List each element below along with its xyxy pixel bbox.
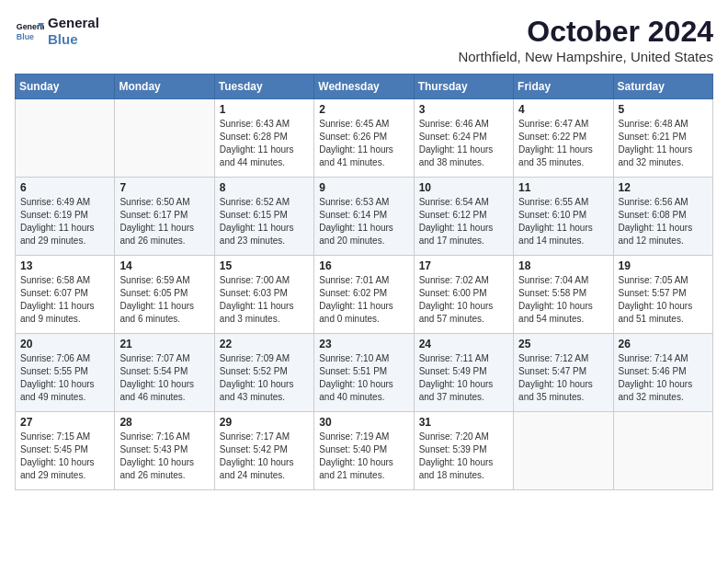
day-number: 1 [220, 103, 309, 116]
calendar-cell: 24 Sunrise: 7:11 AM Sunset: 5:49 PM Dayl… [414, 334, 513, 412]
calendar-cell: 14 Sunrise: 6:59 AM Sunset: 6:05 PM Dayl… [115, 256, 214, 334]
calendar-cell [514, 412, 613, 490]
calendar-table: SundayMondayTuesdayWednesdayThursdayFrid… [15, 74, 713, 490]
calendar-cell: 21 Sunrise: 7:07 AM Sunset: 5:54 PM Dayl… [115, 334, 214, 412]
calendar-cell: 30 Sunrise: 7:19 AM Sunset: 5:40 PM Dayl… [314, 412, 414, 490]
calendar-week-row: 27 Sunrise: 7:15 AM Sunset: 5:45 PM Dayl… [16, 412, 713, 490]
day-info: Sunrise: 7:17 AM Sunset: 5:42 PM Dayligh… [220, 431, 309, 482]
day-info: Sunrise: 6:46 AM Sunset: 6:24 PM Dayligh… [419, 118, 508, 169]
page-header: General Blue General Blue October 2024 N… [15, 15, 713, 64]
day-info: Sunrise: 7:04 AM Sunset: 5:58 PM Dayligh… [518, 274, 608, 326]
calendar-cell: 28 Sunrise: 7:16 AM Sunset: 5:43 PM Dayl… [115, 412, 214, 490]
day-number: 20 [20, 338, 109, 350]
calendar-cell: 8 Sunrise: 6:52 AM Sunset: 6:15 PM Dayli… [214, 178, 313, 256]
day-number: 30 [319, 416, 408, 429]
weekday-header-tuesday: Tuesday [214, 75, 313, 99]
calendar-cell: 9 Sunrise: 6:53 AM Sunset: 6:14 PM Dayli… [314, 178, 414, 256]
calendar-cell: 13 Sunrise: 6:58 AM Sunset: 6:07 PM Dayl… [16, 256, 115, 334]
calendar-cell: 18 Sunrise: 7:04 AM Sunset: 5:58 PM Dayl… [514, 256, 613, 334]
day-info: Sunrise: 7:15 AM Sunset: 5:45 PM Dayligh… [20, 431, 109, 482]
calendar-cell: 15 Sunrise: 7:00 AM Sunset: 6:03 PM Dayl… [214, 256, 313, 334]
svg-text:Blue: Blue [17, 32, 34, 41]
day-info: Sunrise: 7:05 AM Sunset: 5:57 PM Dayligh… [619, 274, 708, 326]
day-number: 7 [119, 181, 209, 194]
day-info: Sunrise: 6:55 AM Sunset: 6:10 PM Dayligh… [518, 196, 608, 247]
day-info: Sunrise: 6:47 AM Sunset: 6:22 PM Dayligh… [518, 118, 608, 169]
calendar-cell: 27 Sunrise: 7:15 AM Sunset: 5:45 PM Dayl… [16, 412, 115, 490]
calendar-cell: 20 Sunrise: 7:06 AM Sunset: 5:55 PM Dayl… [16, 334, 115, 412]
day-number: 6 [20, 181, 109, 194]
day-number: 8 [220, 181, 309, 194]
day-number: 24 [419, 338, 508, 350]
day-number: 3 [419, 103, 508, 116]
day-info: Sunrise: 7:20 AM Sunset: 5:39 PM Dayligh… [419, 431, 508, 482]
day-info: Sunrise: 6:49 AM Sunset: 6:19 PM Dayligh… [20, 196, 109, 247]
day-number: 16 [319, 259, 408, 272]
calendar-cell: 19 Sunrise: 7:05 AM Sunset: 5:57 PM Dayl… [613, 256, 712, 334]
calendar-cell: 29 Sunrise: 7:17 AM Sunset: 5:42 PM Dayl… [214, 412, 313, 490]
day-number: 13 [20, 259, 109, 272]
day-number: 29 [220, 416, 309, 429]
day-info: Sunrise: 7:00 AM Sunset: 6:03 PM Dayligh… [220, 274, 309, 326]
calendar-week-row: 6 Sunrise: 6:49 AM Sunset: 6:19 PM Dayli… [16, 178, 713, 256]
weekday-header-monday: Monday [115, 75, 214, 99]
day-info: Sunrise: 6:50 AM Sunset: 6:17 PM Dayligh… [119, 196, 209, 247]
day-number: 5 [619, 103, 708, 116]
day-number: 25 [518, 338, 608, 350]
day-info: Sunrise: 6:43 AM Sunset: 6:28 PM Dayligh… [220, 118, 309, 169]
calendar-cell [16, 99, 115, 178]
day-info: Sunrise: 7:10 AM Sunset: 5:51 PM Dayligh… [319, 352, 408, 404]
weekday-header-friday: Friday [514, 75, 613, 99]
day-number: 31 [419, 416, 508, 429]
day-info: Sunrise: 7:09 AM Sunset: 5:52 PM Dayligh… [220, 352, 309, 404]
weekday-header-sunday: Sunday [16, 75, 115, 99]
weekday-header-saturday: Saturday [613, 75, 712, 99]
calendar-cell: 2 Sunrise: 6:45 AM Sunset: 6:26 PM Dayli… [314, 99, 414, 178]
day-number: 21 [119, 338, 209, 350]
location-subtitle: Northfield, New Hampshire, United States [458, 49, 713, 64]
day-info: Sunrise: 6:54 AM Sunset: 6:12 PM Dayligh… [419, 196, 508, 247]
day-info: Sunrise: 7:02 AM Sunset: 6:00 PM Dayligh… [419, 274, 508, 326]
day-info: Sunrise: 6:45 AM Sunset: 6:26 PM Dayligh… [319, 118, 408, 169]
day-info: Sunrise: 6:58 AM Sunset: 6:07 PM Dayligh… [20, 274, 109, 326]
calendar-cell: 23 Sunrise: 7:10 AM Sunset: 5:51 PM Dayl… [314, 334, 414, 412]
logo-icon: General Blue [15, 17, 44, 46]
day-info: Sunrise: 7:06 AM Sunset: 5:55 PM Dayligh… [20, 352, 109, 404]
day-number: 14 [119, 259, 209, 272]
day-info: Sunrise: 7:16 AM Sunset: 5:43 PM Dayligh… [119, 431, 209, 482]
day-info: Sunrise: 7:19 AM Sunset: 5:40 PM Dayligh… [319, 431, 408, 482]
day-info: Sunrise: 6:48 AM Sunset: 6:21 PM Dayligh… [619, 118, 708, 169]
weekday-header-wednesday: Wednesday [314, 75, 414, 99]
day-number: 27 [20, 416, 109, 429]
day-number: 26 [619, 338, 708, 350]
day-info: Sunrise: 6:53 AM Sunset: 6:14 PM Dayligh… [319, 196, 408, 247]
calendar-cell: 22 Sunrise: 7:09 AM Sunset: 5:52 PM Dayl… [214, 334, 313, 412]
day-info: Sunrise: 7:07 AM Sunset: 5:54 PM Dayligh… [119, 352, 209, 404]
calendar-cell: 26 Sunrise: 7:14 AM Sunset: 5:46 PM Dayl… [613, 334, 712, 412]
calendar-cell: 1 Sunrise: 6:43 AM Sunset: 6:28 PM Dayli… [214, 99, 313, 178]
month-year-title: October 2024 [458, 15, 713, 49]
day-info: Sunrise: 6:59 AM Sunset: 6:05 PM Dayligh… [119, 274, 209, 326]
day-info: Sunrise: 7:11 AM Sunset: 5:49 PM Dayligh… [419, 352, 508, 404]
day-info: Sunrise: 7:14 AM Sunset: 5:46 PM Dayligh… [619, 352, 708, 404]
day-number: 19 [619, 259, 708, 272]
calendar-header-row: SundayMondayTuesdayWednesdayThursdayFrid… [16, 75, 713, 99]
calendar-cell: 6 Sunrise: 6:49 AM Sunset: 6:19 PM Dayli… [16, 178, 115, 256]
day-info: Sunrise: 7:01 AM Sunset: 6:02 PM Dayligh… [319, 274, 408, 326]
calendar-cell: 7 Sunrise: 6:50 AM Sunset: 6:17 PM Dayli… [115, 178, 214, 256]
calendar-cell: 4 Sunrise: 6:47 AM Sunset: 6:22 PM Dayli… [514, 99, 613, 178]
title-block: October 2024 Northfield, New Hampshire, … [458, 15, 713, 64]
calendar-cell: 5 Sunrise: 6:48 AM Sunset: 6:21 PM Dayli… [613, 99, 712, 178]
calendar-cell: 16 Sunrise: 7:01 AM Sunset: 6:02 PM Dayl… [314, 256, 414, 334]
day-number: 18 [518, 259, 608, 272]
day-info: Sunrise: 6:52 AM Sunset: 6:15 PM Dayligh… [220, 196, 309, 247]
day-number: 15 [220, 259, 309, 272]
day-number: 17 [419, 259, 508, 272]
day-number: 10 [419, 181, 508, 194]
day-number: 9 [319, 181, 408, 194]
calendar-week-row: 20 Sunrise: 7:06 AM Sunset: 5:55 PM Dayl… [16, 334, 713, 412]
day-number: 4 [518, 103, 608, 116]
day-number: 11 [518, 181, 608, 194]
calendar-cell: 25 Sunrise: 7:12 AM Sunset: 5:47 PM Dayl… [514, 334, 613, 412]
day-number: 22 [220, 338, 309, 350]
